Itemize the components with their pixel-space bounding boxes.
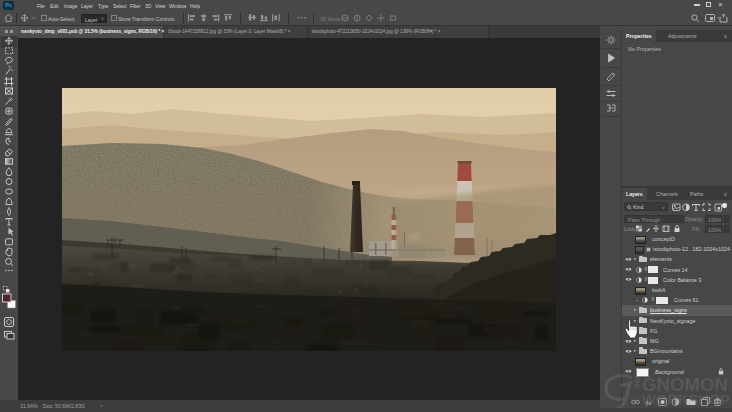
svg-text:fx: fx	[646, 399, 652, 407]
